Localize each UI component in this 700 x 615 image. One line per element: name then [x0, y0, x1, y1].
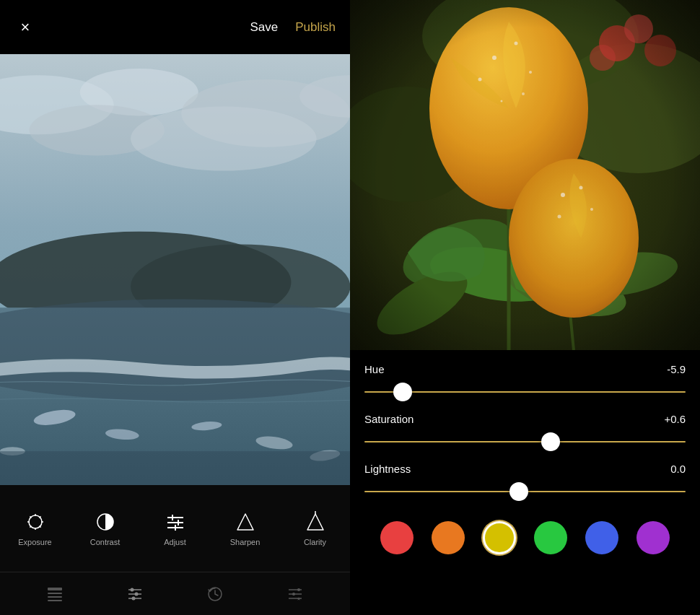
tool-contrast[interactable]: Contrast [84, 510, 127, 546]
adjust-icon [164, 510, 187, 533]
bottom-toolbar: Exposure Contrast [0, 485, 350, 615]
nav-row [0, 572, 350, 615]
tool-exposure[interactable]: Exposure [14, 510, 57, 546]
hue-track-line [364, 391, 686, 393]
contrast-icon [94, 510, 117, 533]
exposure-label: Exposure [18, 538, 51, 546]
svg-rect-32 [178, 520, 179, 525]
svg-rect-40 [48, 600, 62, 601]
svg-marker-34 [237, 514, 253, 530]
lightness-thumb[interactable] [509, 482, 528, 501]
svg-point-6 [131, 107, 317, 171]
svg-point-45 [134, 592, 138, 596]
svg-point-46 [131, 596, 135, 600]
swatch-blue[interactable] [585, 521, 618, 554]
lightness-header: Lightness 0.0 [364, 463, 686, 475]
adjustment-panel: Hue -5.9 Saturation +0.6 Lightness 0 [350, 350, 700, 615]
tool-adjust[interactable]: Adjust [154, 510, 197, 546]
save-button[interactable]: Save [250, 20, 278, 35]
left-header: × Save Publish [0, 0, 350, 54]
svg-rect-33 [175, 525, 176, 531]
svg-rect-39 [48, 596, 62, 598]
lightness-value: 0.0 [670, 463, 686, 475]
tool-clarity[interactable]: Clarity [294, 510, 337, 546]
svg-rect-37 [48, 588, 62, 590]
swatch-orange[interactable] [432, 521, 465, 554]
saturation-label: Saturation [364, 413, 414, 425]
svg-rect-17 [0, 451, 350, 485]
hue-header: Hue -5.9 [364, 363, 686, 375]
close-button[interactable]: × [14, 17, 36, 38]
svg-marker-53 [297, 597, 301, 601]
hue-label: Hue [364, 363, 385, 375]
hue-group: Hue -5.9 [364, 363, 686, 403]
exposure-icon [24, 510, 47, 533]
hue-thumb[interactable] [393, 383, 412, 401]
right-panel: Hue -5.9 Saturation +0.6 Lightness 0 [350, 0, 700, 615]
svg-rect-28 [167, 517, 183, 518]
hue-slider[interactable] [364, 381, 686, 403]
lightness-group: Lightness 0.0 [364, 463, 686, 502]
beach-photo [0, 54, 350, 485]
lightness-label: Lightness [364, 463, 411, 475]
left-panel: × Save Publish [0, 0, 350, 615]
sharpen-icon [234, 510, 257, 533]
adjust-label: Adjust [164, 538, 186, 546]
nav-filters[interactable] [281, 580, 310, 609]
swatch-red[interactable] [380, 521, 414, 554]
svg-point-44 [130, 588, 134, 591]
publish-button[interactable]: Publish [295, 20, 336, 35]
saturation-slider[interactable] [364, 431, 686, 453]
nav-layers[interactable] [40, 580, 69, 609]
svg-rect-31 [172, 515, 173, 520]
color-swatches [364, 515, 686, 560]
nav-history[interactable] [201, 580, 229, 609]
clarity-icon [304, 510, 327, 533]
swatch-yellow[interactable] [483, 521, 516, 554]
svg-point-51 [297, 588, 300, 591]
header-actions: Save Publish [250, 20, 336, 35]
flower-photo [350, 0, 700, 350]
swatch-purple[interactable] [636, 521, 670, 554]
svg-rect-82 [350, 0, 700, 350]
nav-sliders[interactable] [121, 580, 149, 609]
saturation-group: Saturation +0.6 [364, 413, 686, 453]
svg-rect-29 [167, 522, 183, 523]
svg-point-52 [292, 593, 295, 596]
saturation-thumb[interactable] [541, 432, 560, 451]
tools-row: Exposure Contrast [0, 485, 350, 572]
saturation-value: +0.6 [664, 413, 686, 425]
contrast-label: Contrast [90, 538, 121, 546]
svg-marker-35 [307, 514, 323, 530]
sharpen-label: Sharpen [230, 538, 261, 546]
saturation-header: Saturation +0.6 [364, 413, 686, 425]
swatch-green[interactable] [534, 521, 567, 554]
tool-sharpen[interactable]: Sharpen [224, 510, 267, 546]
hue-value: -5.9 [667, 363, 686, 375]
lightness-slider[interactable] [364, 481, 686, 502]
saturation-track-line [364, 441, 686, 442]
clarity-label: Clarity [304, 538, 326, 546]
svg-rect-38 [48, 593, 62, 594]
